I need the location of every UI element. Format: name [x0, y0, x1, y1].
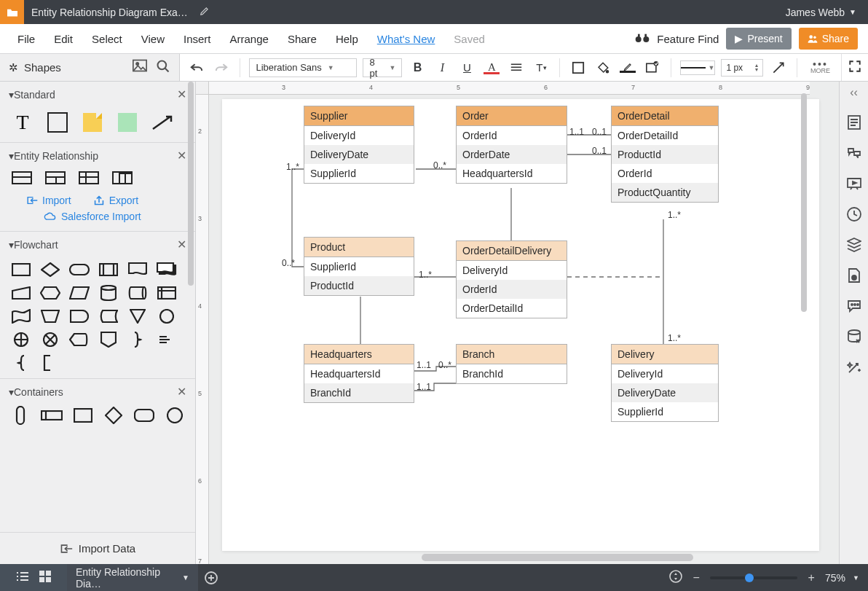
history-panel-icon[interactable]: [847, 207, 861, 222]
close-icon[interactable]: ✕: [177, 149, 186, 163]
zoom-slider[interactable]: [710, 576, 797, 579]
text-options-button[interactable]: T▾: [532, 58, 551, 77]
italic-button[interactable]: I: [433, 58, 451, 77]
entity-headquarters[interactable]: Headquarters HeadquartersId BranchId: [304, 344, 414, 403]
fc-note[interactable]: [156, 332, 178, 348]
data-panel-icon[interactable]: [847, 329, 861, 344]
group-standard[interactable]: ▾ Standard ✕: [0, 82, 195, 107]
fc-open-rect[interactable]: [39, 355, 61, 371]
align-button[interactable]: [507, 58, 526, 77]
fc-process[interactable]: [10, 262, 32, 278]
canvas-area[interactable]: 34 56 78 9 23 45 67: [196, 82, 839, 564]
fc-stored-data[interactable]: [98, 308, 119, 324]
fc-sum[interactable]: [39, 332, 61, 348]
close-icon[interactable]: ✕: [177, 87, 186, 101]
fc-merge[interactable]: [127, 308, 149, 324]
fc-connector[interactable]: [156, 308, 178, 324]
page-tab[interactable]: Entity Relationship Dia… ▼: [67, 564, 198, 591]
fill-button[interactable]: [593, 58, 612, 77]
note-shape[interactable]: [82, 111, 103, 133]
fc-database[interactable]: [98, 285, 119, 301]
entity-branch[interactable]: Branch BranchId: [456, 344, 567, 384]
entity-order[interactable]: Order OrderId OrderDate HeadquartersId: [456, 106, 567, 184]
binoculars-icon[interactable]: [635, 33, 650, 45]
line-style-select[interactable]: ▼: [680, 60, 715, 75]
rename-icon[interactable]: [200, 6, 210, 18]
chevron-down-icon[interactable]: ▼: [853, 574, 859, 582]
menu-help[interactable]: Help: [328, 28, 366, 50]
menu-arrange[interactable]: Arrange: [223, 28, 276, 50]
more-button[interactable]: •••MORE: [806, 61, 834, 74]
entity-supplier[interactable]: Supplier DeliveryId DeliveryDate Supplie…: [304, 106, 414, 184]
collapse-dock-icon[interactable]: ‹‹: [850, 86, 858, 99]
arrow-shape[interactable]: [151, 111, 173, 133]
fc-document[interactable]: [127, 262, 149, 278]
menu-whats-new[interactable]: What's New: [370, 28, 443, 50]
group-flowchart[interactable]: ▾ Flowchart ✕: [0, 232, 195, 257]
page-settings-icon[interactable]: [847, 268, 861, 283]
menu-share[interactable]: Share: [280, 28, 324, 50]
zoom-in-button[interactable]: +: [805, 571, 818, 584]
outline-view-icon[interactable]: [16, 571, 29, 584]
undo-button[interactable]: [187, 58, 206, 77]
fc-terminator[interactable]: [68, 262, 90, 278]
comments-panel-icon[interactable]: [847, 146, 861, 160]
bold-button[interactable]: B: [408, 58, 427, 77]
font-size-select[interactable]: 8 pt▼: [363, 58, 402, 77]
hotspot-shape[interactable]: [117, 111, 138, 133]
export-link[interactable]: Export: [93, 195, 138, 206]
cont-rect[interactable]: [73, 407, 93, 423]
layers-panel-icon[interactable]: [847, 238, 861, 252]
fc-manual-input[interactable]: [10, 285, 32, 301]
fc-predefined[interactable]: [98, 262, 119, 278]
present-panel-icon[interactable]: [847, 176, 861, 191]
magic-panel-icon[interactable]: [847, 360, 861, 375]
app-icon[interactable]: [0, 0, 24, 24]
er-shape-2[interactable]: [45, 171, 66, 184]
close-icon[interactable]: ✕: [177, 385, 186, 399]
fc-paper-tape[interactable]: [10, 308, 32, 324]
canvas-h-scrollbar[interactable]: [422, 554, 693, 561]
fc-brace-left[interactable]: [10, 355, 32, 371]
chevron-down-icon[interactable]: ▼: [182, 574, 189, 582]
entity-order-detail-delivery[interactable]: OrderDetailDelivery DeliveryId OrderId O…: [456, 240, 567, 318]
fc-manual-op[interactable]: [39, 308, 61, 324]
canvas-v-scrollbar[interactable]: [801, 93, 807, 312]
entity-delivery[interactable]: Delivery DeliveryId DeliveryDate Supplie…: [611, 344, 719, 422]
user-menu[interactable]: James Webb ▼: [774, 7, 868, 18]
import-link[interactable]: Import: [26, 195, 71, 206]
image-icon[interactable]: [133, 59, 147, 76]
fc-direct-data[interactable]: [127, 285, 149, 301]
fc-offpage[interactable]: [98, 332, 119, 348]
document-title[interactable]: Entity Relationship Diagram Exa…: [24, 7, 195, 18]
er-shape-4[interactable]: [112, 171, 133, 184]
redo-button[interactable]: [212, 58, 231, 77]
menu-view[interactable]: View: [134, 28, 172, 50]
fc-preparation[interactable]: [39, 285, 61, 301]
fc-brace-right[interactable]: [127, 332, 149, 348]
fc-decision[interactable]: [39, 262, 61, 278]
present-button[interactable]: ▶ Present: [726, 28, 791, 50]
feature-find-label[interactable]: Feature Find: [657, 33, 719, 45]
group-entity-relationship[interactable]: ▾ Entity Relationship ✕: [0, 143, 195, 168]
search-icon[interactable]: [156, 59, 170, 76]
cont-circle[interactable]: [165, 407, 185, 423]
autoscroll-icon[interactable]: [669, 570, 682, 585]
menu-edit[interactable]: Edit: [47, 28, 80, 50]
import-data-button[interactable]: Import Data: [0, 532, 195, 564]
fc-multidoc[interactable]: [156, 262, 178, 278]
line-width-select[interactable]: 1 px ▴▾: [721, 59, 763, 77]
text-color-button[interactable]: A: [482, 58, 501, 77]
notes-panel-icon[interactable]: [847, 115, 861, 130]
menu-file[interactable]: File: [10, 28, 42, 50]
zoom-level[interactable]: 75%: [825, 572, 845, 584]
fc-or[interactable]: [10, 332, 32, 348]
close-icon[interactable]: ✕: [177, 238, 186, 251]
chat-panel-icon[interactable]: [847, 299, 861, 313]
cont-pill[interactable]: [10, 407, 31, 423]
entity-order-detail[interactable]: OrderDetail OrderDetailId ProductId Orde…: [611, 106, 719, 203]
shape-style-button[interactable]: [643, 58, 662, 77]
gear-icon[interactable]: ✲: [9, 61, 18, 74]
text-shape[interactable]: T: [12, 111, 33, 133]
entity-product[interactable]: Product SupplierId ProductId: [304, 237, 414, 296]
